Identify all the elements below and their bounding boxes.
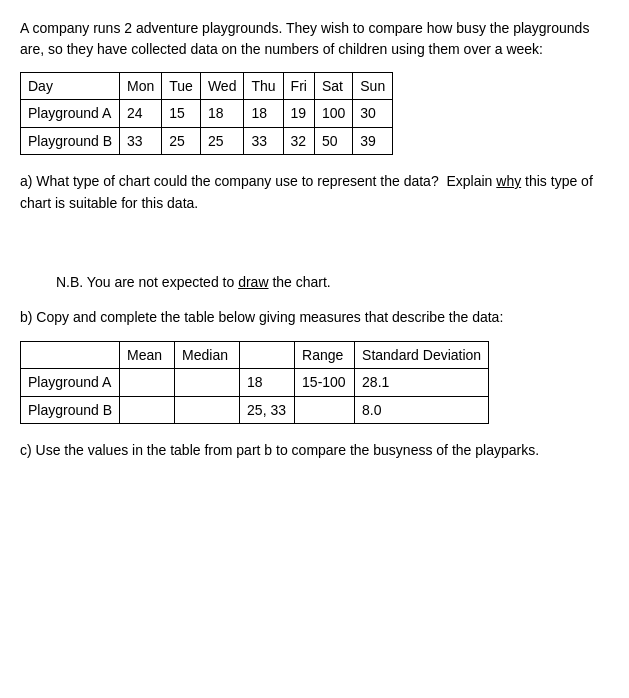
table1-header-wed: Wed — [200, 73, 244, 100]
table2-pa-range: 15-100 — [295, 369, 355, 396]
table1-pa-sun: 30 — [353, 100, 393, 127]
table1-header-mon: Mon — [120, 73, 162, 100]
section-a: a) What type of chart could the company … — [20, 171, 609, 214]
table2-header-median: Median — [175, 341, 240, 368]
table2-pb-range — [295, 396, 355, 423]
table1-pb-tue: 25 — [162, 127, 201, 154]
table2-header-range: Range — [295, 341, 355, 368]
table1-header-sun: Sun — [353, 73, 393, 100]
table2-pb-median — [175, 396, 240, 423]
table2-pa-mean — [120, 369, 175, 396]
table1-pb-fri: 32 — [283, 127, 314, 154]
table1-header-day: Day — [21, 73, 120, 100]
table1-playground-a-label: Playground A — [21, 100, 120, 127]
table2-header-blank — [21, 341, 120, 368]
section-b-text: Copy and complete the table below giving… — [36, 309, 503, 325]
table1-pb-sun: 39 — [353, 127, 393, 154]
section-a-label: a) — [20, 173, 36, 189]
table2-pa-extra: 18 — [240, 369, 295, 396]
table2-pb-label: Playground B — [21, 396, 120, 423]
table1-pb-sat: 50 — [314, 127, 352, 154]
table2-pa-sd: 28.1 — [355, 369, 489, 396]
table2-header-extra — [240, 341, 295, 368]
section-b: b) Copy and complete the table below giv… — [20, 307, 609, 329]
table2-pa-label: Playground A — [21, 369, 120, 396]
table1-pa-wed: 18 — [200, 100, 244, 127]
table2-header-sd: Standard Deviation — [355, 341, 489, 368]
table2-pb-extra: 25, 33 — [240, 396, 295, 423]
table1-pa-fri: 19 — [283, 100, 314, 127]
table1-header-sat: Sat — [314, 73, 352, 100]
table1-header-fri: Fri — [283, 73, 314, 100]
data-table-1: Day Mon Tue Wed Thu Fri Sat Sun Playgrou… — [20, 72, 609, 155]
section-b-label: b) — [20, 309, 36, 325]
table2-pa-median — [175, 369, 240, 396]
table1-header-tue: Tue — [162, 73, 201, 100]
table1-playground-b-label: Playground B — [21, 127, 120, 154]
table1-pb-mon: 33 — [120, 127, 162, 154]
section-c-label: c) — [20, 442, 36, 458]
statistics-table: Mean Median Range Standard Deviation Pla… — [20, 341, 609, 424]
table2-pb-sd: 8.0 — [355, 396, 489, 423]
table1-pa-tue: 15 — [162, 100, 201, 127]
section-c: c) Use the values in the table from part… — [20, 440, 609, 462]
section-nb: N.B. You are not expected to draw the ch… — [56, 272, 609, 293]
table1-header-thu: Thu — [244, 73, 283, 100]
section-c-text: Use the values in the table from part b … — [36, 442, 540, 458]
table2-header-mean: Mean — [120, 341, 175, 368]
intro-paragraph: A company runs 2 adventure playgrounds. … — [20, 18, 609, 60]
table2-pb-mean — [120, 396, 175, 423]
table1-pa-thu: 18 — [244, 100, 283, 127]
nb-text: N.B. You are not expected to draw the ch… — [56, 272, 609, 293]
table1-pa-mon: 24 — [120, 100, 162, 127]
section-a-text: What type of chart could the company use… — [20, 173, 593, 211]
table1-pb-thu: 33 — [244, 127, 283, 154]
table1-pb-wed: 25 — [200, 127, 244, 154]
table1-pa-sat: 100 — [314, 100, 352, 127]
